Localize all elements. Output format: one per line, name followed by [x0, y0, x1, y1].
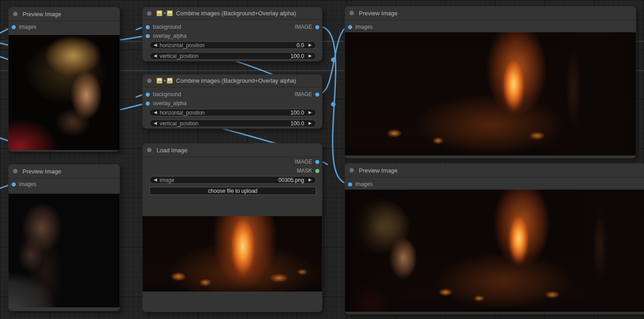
widget-value: 100.0 [291, 120, 304, 127]
widget-value: 100.0 [291, 110, 304, 116]
input-slot-images: images [12, 181, 36, 187]
next-arrow-icon[interactable]: ▶ [309, 178, 312, 182]
preview-image-composite[interactable] [345, 190, 644, 312]
preview-image-bearded-profile[interactable] [9, 194, 120, 307]
node-title: Preview Image [359, 167, 398, 174]
node-header[interactable]: Load Image [143, 143, 322, 157]
node-preview-image-bottom-right[interactable]: Preview Image images [344, 163, 644, 315]
node-preview-image-top-right[interactable]: Preview Image images [344, 6, 636, 159]
node-preview-image-top-left[interactable]: Preview Image images [8, 7, 120, 152]
node-title: Combine images (Background+Overlay alpha… [176, 77, 296, 84]
node-combine-images-bottom[interactable]: + Combine images (Background+Overlay alp… [142, 74, 322, 129]
input-slot-overlay-alpha: overlay_alpha [146, 100, 187, 106]
output-slot-label: IMAGE [295, 91, 312, 97]
node-header[interactable]: Preview Image [9, 164, 120, 178]
widget-value: 00305.png [278, 177, 304, 183]
input-slot-images: images [12, 24, 36, 30]
link-midpoint-dot [331, 58, 335, 62]
widget-vertical-position[interactable]: ◀ vertical_position 100.0 ▶ [149, 120, 316, 127]
choose-file-to-upload-button[interactable]: choose file to upload [149, 187, 316, 195]
node-title: Preview Image [22, 11, 61, 18]
widget-label: vertical_position [160, 120, 291, 127]
input-slot-dot-icon[interactable] [12, 182, 16, 186]
output-slot-label: MASK [297, 168, 312, 174]
input-slot-dot-icon[interactable] [348, 25, 352, 29]
node-status-dot-icon [13, 169, 18, 173]
node-header[interactable]: + Combine images (Background+Overlay alp… [143, 7, 322, 20]
node-load-image[interactable]: Load Image IMAGE MASK ◀ image 00305.png … [142, 143, 322, 312]
input-slot-label: background [153, 24, 181, 30]
increment-arrow-icon[interactable]: ▶ [309, 54, 312, 58]
widget-horizontal-position[interactable]: ◀ horizontal_position 100.0 ▶ [149, 109, 316, 116]
output-slot-label: IMAGE [295, 159, 312, 165]
decrement-arrow-icon[interactable]: ◀ [154, 54, 157, 58]
node-title: Load Image [157, 147, 188, 154]
output-slot-label: IMAGE [295, 24, 312, 30]
widget-label: horizontal_position [160, 42, 296, 49]
input-slot-label: overlay_alpha [153, 100, 187, 106]
node-title: Combine images (Background+Overlay alpha… [176, 10, 296, 17]
input-slot-overlay-alpha: overlay_alpha [146, 33, 187, 39]
input-slot-background: background [146, 91, 181, 97]
node-status-dot-icon [349, 168, 354, 173]
widget-image-filename[interactable]: ◀ image 00305.png ▶ [149, 176, 316, 184]
input-slot-dot-icon[interactable] [146, 93, 150, 97]
input-slot-dot-icon[interactable] [348, 182, 352, 186]
input-slot-background: background [146, 24, 181, 30]
output-slot-dot-icon[interactable] [315, 160, 319, 164]
widget-value: 100.0 [291, 53, 304, 59]
output-slot-dot-icon[interactable] [315, 25, 319, 29]
link-midpoint-dot [331, 102, 335, 106]
previous-arrow-icon[interactable]: ◀ [154, 178, 157, 182]
node-header[interactable]: Preview Image [345, 6, 636, 20]
decrement-arrow-icon[interactable]: ◀ [154, 43, 157, 47]
plus-sign: + [163, 78, 166, 83]
decrement-arrow-icon[interactable]: ◀ [154, 111, 157, 115]
input-slot-dot-icon[interactable] [12, 25, 16, 29]
input-slot-dot-icon[interactable] [146, 25, 150, 29]
picture-icon [167, 78, 173, 84]
node-title: Preview Image [22, 168, 61, 175]
increment-arrow-icon[interactable]: ▶ [309, 121, 312, 125]
widget-label: image [160, 177, 278, 183]
preview-image-roman-helmet[interactable] [9, 35, 120, 150]
node-header[interactable]: Preview Image [345, 164, 644, 177]
increment-arrow-icon[interactable]: ▶ [309, 111, 312, 115]
widget-label: horizontal_position [160, 110, 291, 116]
node-status-dot-icon [349, 11, 354, 15]
output-slot-dot-icon[interactable] [315, 93, 319, 97]
plus-sign: + [163, 11, 166, 16]
preview-image-city-and-man[interactable] [345, 32, 636, 155]
output-slot-image: IMAGE [295, 91, 319, 97]
input-slot-label: images [355, 181, 373, 187]
output-slot-image: IMAGE [295, 24, 319, 30]
picture-plus-picture-icon: + [157, 10, 173, 16]
load-image-preview-burning-city[interactable] [143, 216, 322, 292]
picture-icon [157, 10, 162, 16]
widget-vertical-position[interactable]: ◀ vertical_position 100.0 ▶ [149, 52, 316, 60]
input-slot-label: images [355, 24, 373, 30]
node-status-dot-icon [147, 79, 152, 83]
output-slot-mask: MASK [297, 168, 319, 174]
output-slot-dot-icon[interactable] [315, 169, 319, 173]
increment-arrow-icon[interactable]: ▶ [309, 43, 312, 47]
node-status-dot-icon [147, 148, 152, 152]
node-header[interactable]: + Combine images (Background+Overlay alp… [143, 75, 322, 87]
node-preview-image-bottom-left[interactable]: Preview Image images [8, 164, 120, 311]
input-slot-dot-icon[interactable] [146, 102, 150, 106]
node-title: Preview Image [359, 10, 398, 17]
input-slot-label: background [153, 91, 181, 97]
node-combine-images-top[interactable]: + Combine images (Background+Overlay alp… [142, 7, 322, 62]
widget-value: 0.0 [296, 42, 304, 49]
picture-icon [157, 78, 162, 84]
output-slot-image: IMAGE [295, 159, 319, 165]
widget-horizontal-position[interactable]: ◀ horizontal_position 0.0 ▶ [149, 41, 316, 49]
decrement-arrow-icon[interactable]: ◀ [154, 121, 157, 125]
widget-label: vertical_position [160, 53, 291, 59]
input-slot-dot-icon[interactable] [146, 34, 150, 38]
picture-plus-picture-icon: + [157, 78, 173, 84]
input-slot-label: overlay_alpha [153, 33, 187, 39]
input-slot-label: images [19, 181, 36, 187]
node-graph-canvas[interactable]: Preview Image images Preview Image image… [0, 0, 644, 319]
node-header[interactable]: Preview Image [9, 7, 120, 21]
